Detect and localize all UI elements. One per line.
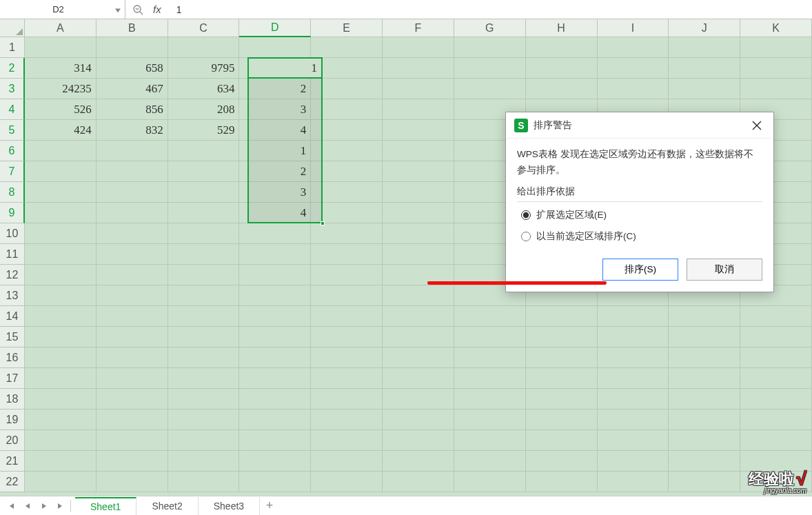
cell[interactable]	[740, 58, 812, 79]
sheet-first-icon[interactable]	[3, 497, 19, 515]
name-box[interactable]: D2	[0, 0, 125, 19]
cell[interactable]	[740, 389, 812, 410]
cell[interactable]	[97, 327, 168, 347]
cell[interactable]	[25, 451, 97, 472]
row-header-9[interactable]: 9	[0, 203, 25, 223]
cell[interactable]: 658	[97, 58, 168, 79]
cell[interactable]	[25, 306, 97, 327]
cell[interactable]	[740, 306, 812, 327]
row-header-17[interactable]: 17	[0, 368, 25, 389]
name-box-dropdown-icon[interactable]	[115, 3, 121, 16]
cell[interactable]	[526, 368, 598, 389]
cell[interactable]	[25, 161, 97, 182]
cell[interactable]	[598, 79, 669, 99]
cell[interactable]	[383, 347, 454, 368]
sort-button[interactable]: 排序(S)	[602, 259, 678, 281]
cell[interactable]	[526, 37, 598, 58]
cell[interactable]: 208	[168, 99, 240, 120]
cell[interactable]	[239, 368, 311, 389]
cell[interactable]	[25, 472, 97, 492]
cell[interactable]	[97, 161, 168, 182]
col-header-H[interactable]: H	[526, 19, 598, 37]
cell[interactable]	[454, 306, 526, 327]
cell[interactable]	[97, 223, 168, 244]
fx-icon[interactable]: fx	[153, 3, 161, 15]
sheet-prev-icon[interactable]	[19, 497, 36, 515]
cell[interactable]	[598, 368, 669, 389]
cell[interactable]	[740, 451, 812, 472]
cell[interactable]	[526, 389, 598, 410]
cell[interactable]	[383, 99, 454, 120]
cell[interactable]	[25, 347, 97, 368]
cell[interactable]	[239, 37, 311, 58]
cell[interactable]	[598, 347, 669, 368]
cell[interactable]	[168, 306, 240, 327]
radio-expand-input[interactable]	[521, 210, 531, 220]
col-header-A[interactable]: A	[25, 19, 97, 37]
cell[interactable]	[598, 37, 669, 58]
cell[interactable]: 1	[239, 141, 311, 161]
cell[interactable]	[526, 58, 598, 79]
cell[interactable]	[454, 347, 526, 368]
tab-sheet2[interactable]: Sheet2	[136, 497, 198, 516]
cell[interactable]	[239, 410, 311, 430]
cell[interactable]	[669, 389, 740, 410]
cell[interactable]	[239, 285, 311, 306]
cell[interactable]	[168, 368, 240, 389]
cell[interactable]	[239, 223, 311, 244]
cell[interactable]	[383, 306, 454, 327]
cell[interactable]	[454, 58, 526, 79]
col-header-I[interactable]: I	[598, 19, 669, 37]
cell[interactable]	[239, 451, 311, 472]
cell[interactable]: 856	[97, 99, 168, 120]
tab-sheet1[interactable]: Sheet1	[75, 497, 136, 516]
row-header-1[interactable]: 1	[0, 37, 25, 58]
cell[interactable]	[311, 327, 383, 347]
cell[interactable]	[598, 327, 669, 347]
cell[interactable]	[311, 389, 383, 410]
cell[interactable]	[311, 306, 383, 327]
cell[interactable]	[383, 37, 454, 58]
cell[interactable]	[740, 327, 812, 347]
cell[interactable]	[97, 141, 168, 161]
radio-current-input[interactable]	[521, 232, 531, 241]
cell[interactable]	[97, 410, 168, 430]
cell[interactable]	[239, 265, 311, 285]
dialog-titlebar[interactable]: S 排序警告	[506, 112, 773, 139]
cell[interactable]	[168, 472, 240, 492]
cell[interactable]	[454, 410, 526, 430]
cell[interactable]	[168, 451, 240, 472]
cell[interactable]	[454, 389, 526, 410]
cell[interactable]	[454, 430, 526, 451]
cell[interactable]	[239, 327, 311, 347]
cell[interactable]	[383, 120, 454, 141]
row-header-3[interactable]: 3	[0, 79, 25, 99]
select-all-corner[interactable]	[0, 19, 25, 37]
cell[interactable]	[311, 99, 383, 120]
cell[interactable]	[97, 265, 168, 285]
cell[interactable]	[598, 410, 669, 430]
cell[interactable]: 24235	[25, 79, 97, 99]
cell[interactable]	[669, 347, 740, 368]
sheet-next-icon[interactable]	[36, 497, 52, 515]
cell[interactable]	[97, 244, 168, 265]
cell[interactable]	[25, 223, 97, 244]
cell[interactable]	[454, 368, 526, 389]
cell[interactable]	[168, 161, 240, 182]
close-icon[interactable]	[749, 117, 765, 134]
row-header-15[interactable]: 15	[0, 327, 25, 347]
row-header-22[interactable]: 22	[0, 472, 25, 492]
cell[interactable]	[168, 347, 240, 368]
cell[interactable]	[669, 306, 740, 327]
cell[interactable]	[311, 285, 383, 306]
cell[interactable]	[25, 430, 97, 451]
cell[interactable]	[311, 203, 383, 223]
cell[interactable]	[311, 141, 383, 161]
cell[interactable]	[526, 430, 598, 451]
cell[interactable]	[311, 182, 383, 203]
cell[interactable]: 526	[25, 99, 97, 120]
col-header-E[interactable]: E	[311, 19, 383, 37]
cell[interactable]	[97, 451, 168, 472]
cell[interactable]	[25, 410, 97, 430]
radio-expand-selection[interactable]: 扩展选定区域(E)	[517, 205, 762, 226]
